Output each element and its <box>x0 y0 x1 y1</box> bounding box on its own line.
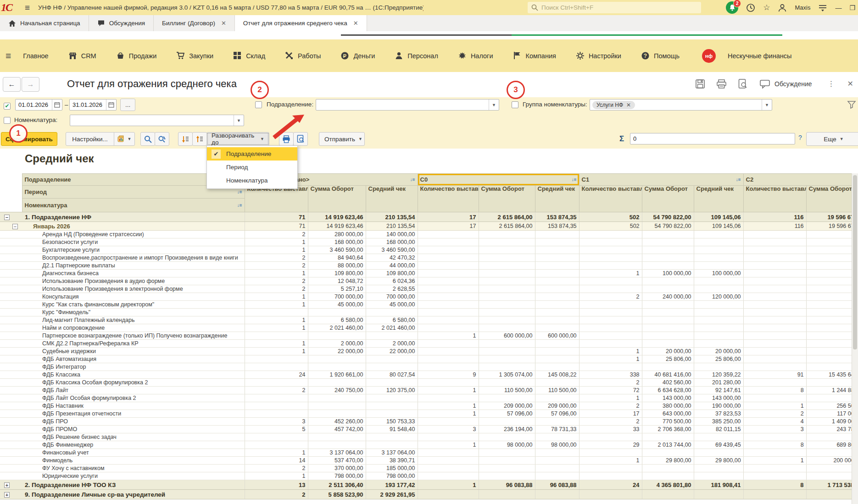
value-cell[interactable]: 200 000,0 <box>806 457 858 465</box>
value-cell[interactable]: 22 000,00 <box>366 348 418 355</box>
value-cell[interactable] <box>642 285 694 293</box>
value-cell[interactable] <box>806 355 858 363</box>
value-cell[interactable]: 193 177,42 <box>366 480 418 490</box>
value-cell[interactable]: 20 000,00 <box>694 348 743 355</box>
value-cell[interactable] <box>418 449 479 457</box>
value-cell[interactable] <box>308 363 366 371</box>
value-cell[interactable]: 2 000,00 <box>366 340 418 348</box>
sort-icon[interactable]: ↓≡ <box>237 203 242 208</box>
value-cell[interactable] <box>579 340 642 348</box>
value-cell[interactable]: 1 <box>245 449 308 457</box>
row-label-cell[interactable]: Диагностика бизнеса <box>22 270 245 277</box>
value-cell[interactable] <box>418 316 479 324</box>
value-cell[interactable] <box>743 394 806 402</box>
help-link[interactable]: ? <box>798 134 802 141</box>
value-cell[interactable] <box>245 441 308 449</box>
value-cell[interactable] <box>806 332 858 340</box>
value-cell[interactable] <box>579 472 642 480</box>
section-деньги[interactable]: PДеньги <box>340 51 375 60</box>
value-cell[interactable] <box>743 348 806 355</box>
value-cell[interactable]: 22 000,00 <box>308 348 366 355</box>
header-measure-g0-m0[interactable]: Количество выставленных актов <box>245 186 308 212</box>
value-cell[interactable] <box>743 270 806 277</box>
value-cell[interactable] <box>743 293 806 301</box>
value-cell[interactable] <box>366 332 418 340</box>
value-cell[interactable]: 1 <box>245 238 308 246</box>
expand-groups-icon-button[interactable] <box>192 132 207 146</box>
value-cell[interactable]: 209 000,00 <box>535 402 579 410</box>
value-cell[interactable]: 1 <box>245 301 308 309</box>
value-cell[interactable]: 44 000,00 <box>366 262 418 270</box>
header-measure-g1-m0[interactable]: Количество выставленных актов <box>418 186 479 212</box>
value-cell[interactable]: 4 <box>743 418 806 426</box>
value-cell[interactable] <box>535 355 579 363</box>
menu-item-номенклатура[interactable]: Номенклатура <box>207 174 297 187</box>
value-cell[interactable] <box>743 433 806 441</box>
sections-menu-icon[interactable]: ≡ <box>6 50 11 61</box>
value-cell[interactable]: 168 000,00 <box>366 238 418 246</box>
value-cell[interactable] <box>418 490 479 499</box>
value-cell[interactable] <box>579 254 642 262</box>
value-cell[interactable] <box>245 379 308 387</box>
value-cell[interactable]: 1 <box>579 457 642 465</box>
row-label-cell[interactable]: Партнерское вознаграждение (только ИП) П… <box>22 332 245 340</box>
value-cell[interactable]: 380 000,00 <box>642 402 694 410</box>
value-cell[interactable]: 1 305 074,00 <box>479 371 535 379</box>
value-cell[interactable]: 2 021 460,00 <box>308 324 366 332</box>
choose-period-button[interactable]: ... <box>120 99 135 111</box>
value-cell[interactable] <box>806 277 858 285</box>
favorites-star-icon[interactable]: ☆ <box>763 4 770 11</box>
value-cell[interactable] <box>694 254 743 262</box>
value-cell[interactable] <box>642 490 694 499</box>
value-cell[interactable] <box>245 433 308 441</box>
value-cell[interactable]: 209 000,00 <box>479 402 535 410</box>
user-icon[interactable] <box>778 3 787 12</box>
discussion-label[interactable]: Обсуждение <box>774 80 812 88</box>
value-cell[interactable]: 120 000,00 <box>694 293 743 301</box>
period-to-input[interactable]: 31.01.2026 <box>69 99 117 111</box>
value-cell[interactable] <box>366 433 418 441</box>
value-cell[interactable] <box>418 285 479 293</box>
value-cell[interactable] <box>366 394 418 402</box>
value-cell[interactable]: 19 596 670, <box>806 222 858 231</box>
value-cell[interactable] <box>366 363 418 371</box>
value-cell[interactable]: 1 <box>418 441 479 449</box>
value-cell[interactable]: 5 257,10 <box>308 285 366 293</box>
row-label-cell[interactable]: Бухгалтерские услуги <box>22 246 245 254</box>
value-cell[interactable] <box>479 301 535 309</box>
value-cell[interactable]: 2 <box>579 293 642 301</box>
value-cell[interactable]: 1 <box>245 270 308 277</box>
value-cell[interactable]: 210 135,54 <box>366 212 418 222</box>
chevron-down-icon[interactable]: ▼ <box>234 115 244 126</box>
value-cell[interactable]: 57 096,00 <box>535 410 579 418</box>
value-cell[interactable]: 1 <box>418 387 479 394</box>
value-cell[interactable] <box>806 363 858 371</box>
value-cell[interactable]: 2 628,55 <box>366 285 418 293</box>
value-cell[interactable]: 14 <box>245 457 308 465</box>
value-cell[interactable]: 385 250,00 <box>694 418 743 426</box>
value-cell[interactable] <box>535 449 579 457</box>
header-measure-g0-m2[interactable]: Средний чек <box>366 186 418 212</box>
value-cell[interactable] <box>642 449 694 457</box>
row-label-cell[interactable]: Юридические услуги <box>22 472 245 480</box>
value-cell[interactable]: 502 <box>579 222 642 231</box>
value-cell[interactable]: 798 000,00 <box>308 472 366 480</box>
value-cell[interactable]: 69 439,45 <box>694 441 743 449</box>
period-checkbox[interactable]: ✔ <box>4 103 11 110</box>
value-cell[interactable] <box>479 238 535 246</box>
value-cell[interactable] <box>579 238 642 246</box>
value-cell[interactable] <box>245 332 308 340</box>
minimize-button[interactable]: — <box>835 4 841 11</box>
value-cell[interactable] <box>694 324 743 332</box>
value-cell[interactable] <box>479 355 535 363</box>
row-label-cell[interactable]: Судебные издержки <box>22 348 245 355</box>
value-cell[interactable]: 537 470,00 <box>308 457 366 465</box>
header-nomenclature[interactable]: Номенклатура↓≡ <box>22 199 245 212</box>
value-cell[interactable]: 1 <box>418 410 479 418</box>
value-cell[interactable] <box>806 340 858 348</box>
header-measure-g2-m0[interactable]: Количество выставленных актов <box>579 186 642 212</box>
value-cell[interactable] <box>642 262 694 270</box>
value-cell[interactable] <box>479 363 535 371</box>
value-cell[interactable]: 120 359,22 <box>694 371 743 379</box>
menu-item-период[interactable]: Период <box>207 161 297 174</box>
